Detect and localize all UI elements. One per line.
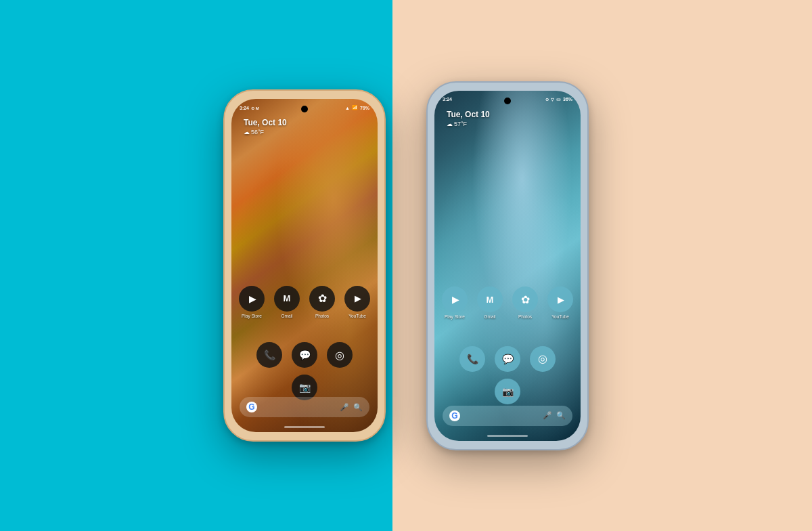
gmail-icon-left[interactable]: M bbox=[274, 286, 300, 312]
status-icons-left: ⊙ M bbox=[251, 106, 259, 110]
app-item-phone-right[interactable]: 📞 bbox=[458, 346, 487, 372]
date-text-right: Tue, Oct 10 bbox=[447, 110, 490, 119]
wifi-icon-left: ▲ bbox=[345, 106, 350, 110]
chrome-icon-right[interactable]: ◎ bbox=[530, 346, 556, 372]
app-grid-top-left: ▶ Play Store M Gmail ✿ Photos bbox=[237, 286, 372, 318]
app-item-photos-left[interactable]: ✿ Photos bbox=[308, 286, 336, 318]
photos-symbol-left: ✿ bbox=[318, 292, 327, 305]
gmail-icon-right[interactable]: M bbox=[477, 286, 503, 312]
scene: 3:24 ⊙ M ▲ 📶 79% Tue, Oct 10 ☁ 56°F bbox=[0, 0, 812, 531]
app-item-messages-right[interactable]: 💬 bbox=[493, 346, 522, 372]
camera-symbol-left: 📷 bbox=[299, 382, 311, 393]
camera-icon-right[interactable]: 📷 bbox=[495, 379, 520, 404]
youtube-symbol-right: ▶ bbox=[558, 295, 564, 305]
app-item-photos-right[interactable]: ✿ Photos bbox=[511, 286, 539, 319]
gmail-letter-left: M bbox=[284, 293, 291, 303]
microphone-icon-left[interactable]: 🎤 bbox=[340, 403, 349, 412]
status-bar-left: 3:24 ⊙ M ▲ 📶 79% bbox=[231, 99, 378, 114]
app-grid-bottom-left: 📞 💬 ◎ 📷 bbox=[250, 342, 359, 400]
chrome-symbol-left: ◎ bbox=[335, 349, 344, 362]
date-text-left: Tue, Oct 10 bbox=[244, 118, 287, 127]
app-item-phone-left[interactable]: 📞 bbox=[255, 342, 284, 368]
youtube-label-left: YouTube bbox=[348, 314, 366, 318]
youtube-label-right: YouTube bbox=[551, 314, 569, 319]
volume-up-right-phone bbox=[426, 184, 428, 205]
home-indicator-right bbox=[487, 435, 528, 437]
signal-icon-left: 📶 bbox=[352, 105, 358, 110]
battery-left: 79% bbox=[360, 106, 369, 110]
app-item-chrome-right[interactable]: ◎ bbox=[528, 346, 557, 372]
time-right: 3:24 bbox=[443, 97, 452, 102]
app-grid-bottom-right: 📞 💬 ◎ 📷 bbox=[453, 346, 562, 404]
app-item-gmail-right[interactable]: M Gmail bbox=[476, 286, 504, 319]
battery-right: 36% bbox=[563, 97, 572, 102]
google-g-logo-left: G bbox=[246, 402, 257, 412]
playstore-label-right: Play Store bbox=[445, 314, 465, 319]
photos-icon-left[interactable]: ✿ bbox=[309, 286, 335, 312]
search-bar-right[interactable]: G 🎤 🔍 bbox=[443, 406, 572, 426]
time-left: 3:24 bbox=[240, 106, 249, 110]
date-widget-left: Tue, Oct 10 ☁ 56°F bbox=[244, 118, 287, 135]
phone-right: 3:24 ⊙ ▽ ▭ 36% Tue, Oct 10 ☁ 57°F bbox=[426, 81, 589, 450]
gmail-label-right: Gmail bbox=[484, 314, 496, 319]
youtube-symbol-left: ▶ bbox=[355, 293, 361, 303]
volume-button-left-phone bbox=[384, 213, 386, 253]
lens-icon-left[interactable]: 🔍 bbox=[353, 403, 363, 412]
youtube-icon-left[interactable]: ▶ bbox=[344, 286, 370, 312]
app-item-youtube-right[interactable]: ▶ YouTube bbox=[546, 286, 574, 319]
volume-up-left-phone bbox=[223, 192, 225, 213]
photos-symbol-right: ✿ bbox=[521, 293, 530, 306]
app-item-playstore-right[interactable]: ▶ Play Store bbox=[441, 286, 469, 319]
app-item-camera-right[interactable]: 📷 bbox=[493, 379, 522, 404]
gmail-label-left: Gmail bbox=[281, 314, 293, 318]
app-grid-top-right: ▶ Play Store M Gmail ✿ Photos bbox=[440, 286, 575, 319]
volume-down-left-phone bbox=[223, 219, 225, 240]
photos-label-right: Photos bbox=[518, 314, 532, 319]
status-right-right: ⊙ ▽ ▭ 36% bbox=[545, 97, 572, 102]
gmail-letter-right: M bbox=[487, 295, 494, 305]
cloud-icon-left: ☁ bbox=[244, 129, 250, 135]
messages-icon-left[interactable]: 💬 bbox=[292, 342, 317, 368]
status-bar-right: 3:24 ⊙ ▽ ▭ 36% bbox=[434, 91, 581, 106]
status-left-left: 3:24 ⊙ M bbox=[240, 106, 259, 110]
messages-symbol-left: 💬 bbox=[299, 349, 311, 360]
wifi-icon-right: ▽ bbox=[551, 97, 554, 102]
volume-button-right-phone bbox=[587, 205, 589, 245]
messages-symbol-right: 💬 bbox=[502, 354, 514, 364]
temp-right: 57°F bbox=[454, 121, 467, 127]
photos-icon-right[interactable]: ✿ bbox=[512, 286, 538, 312]
playstore-label-left: Play Store bbox=[242, 314, 262, 318]
messages-icon-right[interactable]: 💬 bbox=[495, 346, 520, 372]
chrome-icon-left[interactable]: ◎ bbox=[327, 342, 353, 368]
chrome-symbol-right: ◎ bbox=[538, 352, 547, 365]
microphone-icon-right[interactable]: 🎤 bbox=[543, 411, 552, 420]
weather-text-left: ☁ 56°F bbox=[244, 129, 287, 135]
phone-symbol-left: 📞 bbox=[264, 349, 275, 360]
photos-label-left: Photos bbox=[315, 314, 329, 318]
power-button-left-phone bbox=[384, 179, 386, 206]
phone-left: 3:24 ⊙ M ▲ 📶 79% Tue, Oct 10 ☁ 56°F bbox=[223, 89, 386, 442]
date-widget-right: Tue, Oct 10 ☁ 57°F bbox=[447, 110, 490, 127]
volume-down-right-phone bbox=[426, 211, 428, 232]
temp-left: 56°F bbox=[251, 129, 264, 135]
cloud-icon-right: ☁ bbox=[447, 121, 453, 127]
weather-text-right: ☁ 57°F bbox=[447, 121, 490, 127]
playstore-icon-right[interactable]: ▶ bbox=[442, 286, 468, 312]
playstore-icon-left[interactable]: ▶ bbox=[239, 286, 265, 312]
app-item-playstore-left[interactable]: ▶ Play Store bbox=[238, 286, 266, 318]
play-arrow-left: ▶ bbox=[249, 293, 256, 304]
home-indicator-left bbox=[284, 426, 325, 428]
lens-icon-right[interactable]: 🔍 bbox=[556, 411, 566, 420]
status-left-right: 3:24 bbox=[443, 97, 452, 102]
google-g-logo-right: G bbox=[449, 410, 460, 421]
app-item-chrome-left[interactable]: ◎ bbox=[325, 342, 354, 368]
screen-right: 3:24 ⊙ ▽ ▭ 36% Tue, Oct 10 ☁ 57°F bbox=[434, 91, 581, 441]
search-bar-left[interactable]: G 🎤 🔍 bbox=[240, 397, 369, 417]
app-item-gmail-left[interactable]: M Gmail bbox=[273, 286, 301, 318]
app-item-youtube-left[interactable]: ▶ YouTube bbox=[343, 286, 371, 318]
app-item-messages-left[interactable]: 💬 bbox=[290, 342, 319, 368]
youtube-icon-right[interactable]: ▶ bbox=[547, 286, 573, 312]
phone-app-icon-left[interactable]: 📞 bbox=[256, 342, 282, 368]
phone-app-icon-right[interactable]: 📞 bbox=[459, 346, 485, 372]
play-arrow-right: ▶ bbox=[452, 294, 459, 305]
